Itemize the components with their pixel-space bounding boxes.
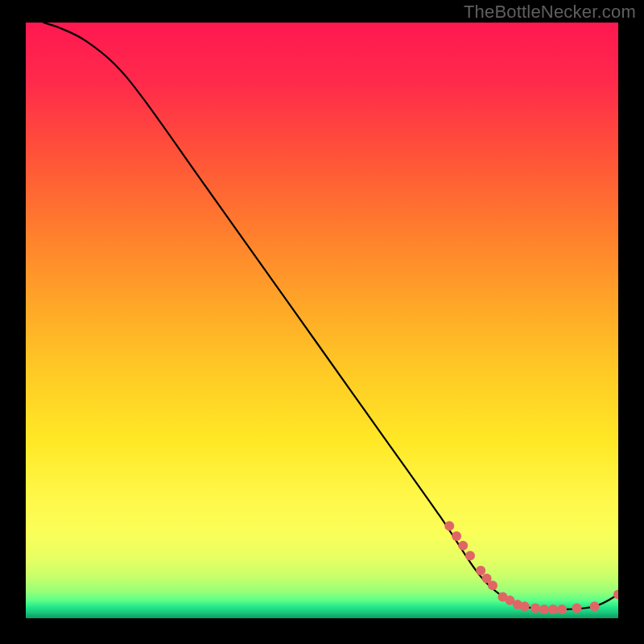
data-point <box>572 603 582 613</box>
data-point <box>548 605 558 614</box>
bottleneck-curve <box>43 23 618 609</box>
data-point <box>488 580 497 590</box>
data-point <box>452 531 461 541</box>
data-point <box>458 541 468 551</box>
plot-area <box>26 23 618 618</box>
data-point <box>557 605 567 614</box>
data-point <box>520 601 530 611</box>
data-point <box>590 601 600 611</box>
data-point <box>465 551 475 560</box>
data-point <box>539 605 549 614</box>
chart-frame: TheBottleNecker.com <box>0 0 644 644</box>
data-point <box>444 521 454 530</box>
data-point <box>476 566 485 576</box>
curve-overlay <box>26 23 618 618</box>
curve-markers <box>444 521 618 614</box>
data-point <box>530 603 540 613</box>
watermark-text: TheBottleNecker.com <box>464 2 636 23</box>
